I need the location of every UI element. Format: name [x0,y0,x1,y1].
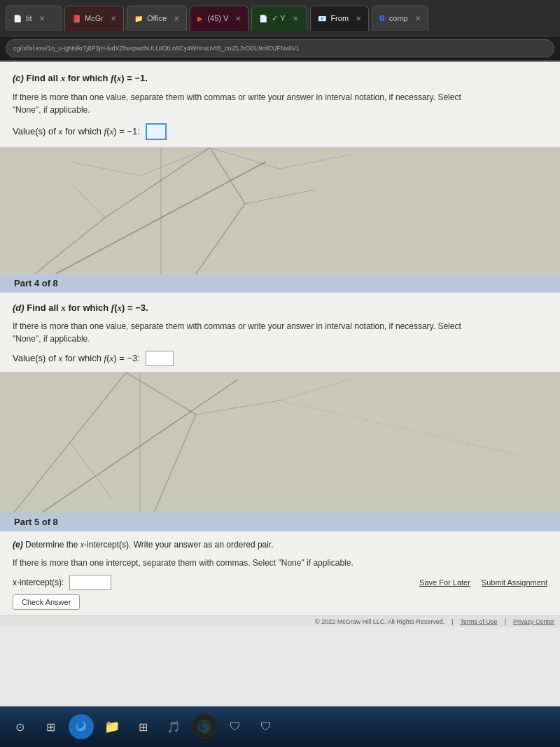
part-d-input[interactable] [146,351,174,366]
tab-from-label: From [330,14,349,22]
tab-mcgr-icon: 📕 [72,15,80,22]
tab-comp[interactable]: G comp ✕ [372,6,428,31]
tab-office-close[interactable]: ✕ [174,15,179,22]
terms-link[interactable]: Terms of Use [461,618,498,625]
tab-mcgr[interactable]: 📕 McGr ✕ [64,6,124,31]
part-c-label-row: Value(s) of x for which f(x) = −1: [13,123,547,140]
check-answer-row: Check Answer [13,594,547,610]
taskbar-start-icon[interactable]: ⊙ [7,714,32,739]
x-intercept-row: x-intercept(s): [13,575,111,590]
taskbar-shield-icon2[interactable]: 🛡 [253,714,279,739]
tab-mcgr-label: McGr [85,14,104,22]
tab-youtube-icon: ▶ [197,15,203,22]
part-d-label-row: Value(s) of x for which f(x) = −3: [13,351,547,366]
tab-y-label: ✓ Y [272,14,285,23]
copyright-text: © 2022 McGraw Hill LLC. All Rights Reser… [315,618,444,625]
address-bar-row: cgi/x/lsl.exe/1o_u-lgNslkr7j8P3jH-lvdXZh… [0,36,560,62]
save-for-later-button[interactable]: Save For Later [419,578,470,587]
taskbar-dark-icon[interactable]: 🌑 [192,714,217,739]
main-content: (c) Find all x for which f(x) = −1. If t… [0,62,560,747]
tab-from-close[interactable]: ✕ [356,15,361,22]
copyright-bar: © 2022 McGraw Hill LLC. All Rights Reser… [0,616,560,627]
part4-header: Part 4 of 8 [0,274,560,293]
tab-mcgr-close[interactable]: ✕ [111,15,116,22]
part-d-panel: (d) Find all x for which f(x) = −3. If t… [0,293,560,373]
tab-y-close[interactable]: ✕ [293,15,298,22]
tab-office-label: Office [147,14,167,22]
submit-assignment-button[interactable]: Submit Assignment [482,578,547,587]
part-d-instruction: If there is more than one value, separat… [13,320,547,345]
tab-comp-close[interactable]: ✕ [415,15,421,22]
taskbar-grid-icon[interactable]: ⊞ [130,714,155,739]
part-e-header: (e) Determine the x-intercept(s). Write … [13,538,547,551]
tab-youtube-label: (45) V [207,14,228,22]
address-bar[interactable]: cgi/x/lsl.exe/1o_u-lgNslkr7j8P3jH-lvdXZh… [6,39,554,57]
taskbar: ⊙ ⊞ 📁 ⊞ 🎵 🌑 🛡 🛡 [0,706,560,747]
part-e-instruction: If there is more than one intercept, sep… [13,557,547,569]
part5-header: Part 5 of 8 [0,512,560,531]
crack-svg-c [0,148,560,274]
taskbar-music-icon[interactable]: 🎵 [161,714,186,739]
part-d-header: (d) Find all x for which f(x) = −3. [13,301,547,315]
part4-label: Part 4 of 8 [14,278,58,288]
part-c-panel: (c) Find all x for which f(x) = −1. If t… [0,62,560,148]
divider2: | [505,618,506,625]
part-c-header: (c) Find all x for which f(x) = −1. [13,71,547,85]
part-c-input[interactable] [146,123,167,140]
tab-tit-close[interactable]: ✕ [39,15,45,22]
address-text: cgi/x/lsl.exe/1o_u-lgNslkr7j8P3jH-lvdXZh… [13,45,300,52]
taskbar-browser-icon[interactable] [69,714,94,739]
check-answer-button[interactable]: Check Answer [13,594,80,610]
browser-tabs-bar: 📄 tit ✕ 📕 McGr ✕ 📁 Office ✕ ▶ (45) V ✕ 📄… [0,0,560,36]
part-e-panel: (e) Determine the x-intercept(s). Write … [0,531,560,616]
graph-area-d [0,372,560,512]
tab-y-icon: 📄 [259,15,267,22]
tab-tit[interactable]: 📄 tit ✕ [6,6,62,31]
part5-label: Part 5 of 8 [14,517,58,527]
svg-rect-0 [0,148,560,274]
svg-rect-13 [0,372,560,512]
part-d-label-text: Value(s) of x for which f(x) = −3: [13,353,140,364]
divider: | [451,618,453,625]
x-intercept-label: x-intercept(s): [13,578,64,587]
taskbar-folder-icon[interactable]: 📁 [99,714,125,739]
tab-comp-icon: G [379,15,385,22]
tab-comp-label: comp [389,14,408,22]
privacy-link[interactable]: Privacy Center [513,618,554,625]
edge-icon [74,719,89,734]
tab-youtube[interactable]: ▶ (45) V ✕ [190,6,248,31]
tab-office-icon: 📁 [134,15,143,22]
taskbar-shield-icon1[interactable]: 🛡 [223,714,248,739]
tab-y[interactable]: 📄 ✓ Y ✕ [251,6,307,31]
tab-youtube-close[interactable]: ✕ [235,15,241,22]
tab-tit-icon: 📄 [13,15,22,22]
part-c-label-text: Value(s) of x for which f(x) = −1: [13,126,140,137]
tab-from[interactable]: 📧 From ✕ [310,6,369,31]
taskbar-search-icon[interactable]: ⊞ [38,714,63,739]
tab-office[interactable]: 📁 Office ✕ [127,6,188,31]
crack-svg-d [0,372,560,512]
part-c-instruction: If there is more than one value, separat… [13,91,547,116]
graph-area-c [0,148,560,274]
action-buttons: Save For Later Submit Assignment [419,578,547,587]
tab-tit-label: tit [26,14,32,22]
tab-from-icon: 📧 [318,15,326,22]
x-intercept-input[interactable] [69,575,111,590]
